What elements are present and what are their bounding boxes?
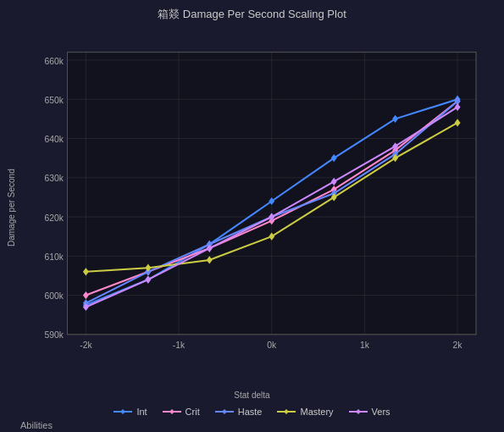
legend: Int Crit Haste Mastery Vers (114, 402, 390, 420)
svg-marker-70 (284, 409, 289, 414)
svg-text:660k: 660k (44, 57, 64, 66)
svg-text:-1k: -1k (173, 341, 186, 350)
svg-text:650k: 650k (44, 96, 64, 105)
y-axis-label: Damage per Second (3, 25, 19, 390)
legend-item-haste: Haste (215, 407, 263, 417)
legend-label-mastery: Mastery (300, 407, 333, 417)
legend-label-int: Int (136, 407, 147, 417)
legend-item-mastery: Mastery (277, 407, 333, 417)
svg-text:-2k: -2k (80, 341, 92, 350)
svg-text:600k: 600k (44, 291, 64, 301)
svg-text:2k: 2k (453, 341, 463, 350)
svg-marker-68 (222, 409, 227, 414)
chart-title: 箱燚 Damage Per Second Scaling Plot (158, 7, 346, 22)
svg-text:590k: 590k (44, 330, 64, 340)
chart-inner: 590k600k610k620k630k640k650k660k-2k-1k0k… (19, 25, 496, 390)
svg-text:0k: 0k (267, 341, 277, 350)
svg-text:630k: 630k (44, 174, 64, 183)
chart-container: 箱燚 Damage Per Second Scaling Plot Damage… (0, 0, 504, 432)
legend-label-vers: Vers (372, 407, 390, 417)
svg-marker-66 (169, 409, 174, 414)
chart-svg: 590k600k610k620k630k640k650k660k-2k-1k0k… (19, 25, 496, 390)
svg-marker-64 (120, 409, 125, 414)
abilities-label: Abilities (20, 420, 53, 432)
legend-label-haste: Haste (238, 407, 263, 417)
svg-text:640k: 640k (44, 135, 64, 144)
svg-marker-72 (356, 409, 361, 414)
chart-area: Damage per Second 590k600k610k620k630k64… (0, 25, 504, 390)
legend-label-crit: Crit (186, 407, 200, 417)
svg-text:1k: 1k (360, 341, 370, 350)
legend-item-crit: Crit (163, 407, 200, 417)
svg-text:620k: 620k (44, 213, 64, 223)
x-axis-label: Stat delta (234, 390, 269, 402)
legend-item-int: Int (114, 407, 147, 417)
svg-text:610k: 610k (44, 252, 64, 262)
legend-item-vers: Vers (349, 407, 390, 417)
